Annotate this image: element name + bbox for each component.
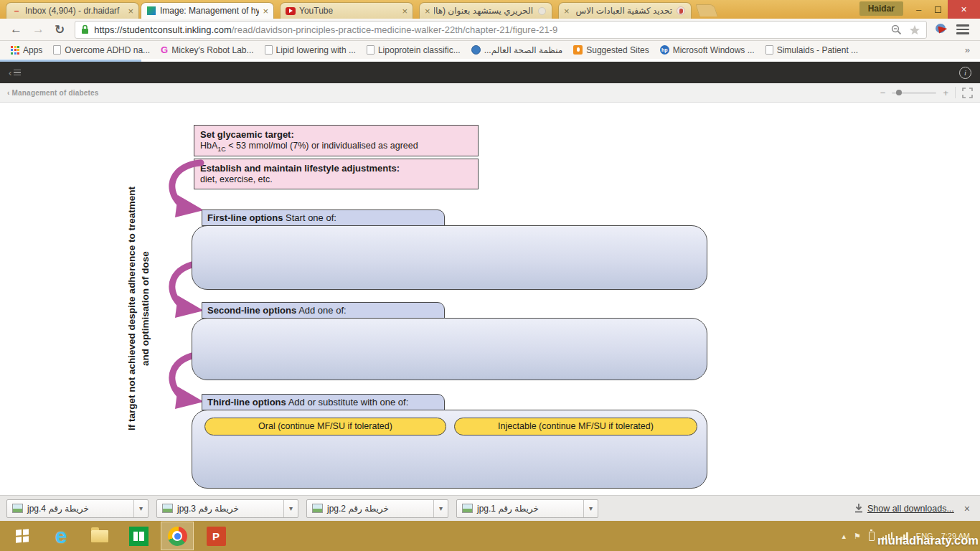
- file-explorer-button[interactable]: [83, 522, 116, 550]
- info-icon[interactable]: i: [959, 67, 971, 79]
- back-icon[interactable]: ←: [10, 22, 22, 37]
- zoom-out-icon[interactable]: −: [880, 88, 886, 98]
- bookmark-item[interactable]: منظمة الصحة العالم...: [471, 45, 563, 55]
- bookmark-item[interactable]: hp Microsoft Windows ...: [660, 45, 755, 55]
- toc-back-icon[interactable]: ‹: [9, 67, 21, 78]
- fullscreen-icon[interactable]: [962, 88, 973, 98]
- page-icon: [367, 45, 374, 55]
- tab-arabic-site[interactable]: تحديد كشفية العبادات الاس ×: [558, 2, 692, 19]
- download-item[interactable]: خريطة رقم 1.jpg ▾: [456, 499, 598, 518]
- bookmark-apps[interactable]: Apps: [11, 45, 42, 55]
- forward-icon[interactable]: →: [32, 22, 44, 37]
- zoom-page-icon[interactable]: [891, 24, 902, 35]
- bookmark-label: Mickey's Robot Lab...: [171, 45, 253, 55]
- tab-close-icon[interactable]: ×: [425, 6, 430, 16]
- download-menu-caret-icon[interactable]: ▾: [583, 500, 598, 517]
- action-center-flag-icon[interactable]: ⚑: [854, 532, 861, 541]
- bookmark-star-icon[interactable]: [909, 24, 920, 35]
- who-globe-icon: [471, 45, 481, 55]
- tab-close-icon[interactable]: ×: [128, 6, 133, 16]
- tab-image-active[interactable]: Image: Management of hy ×: [141, 2, 274, 19]
- download-filename: خريطة رقم 4.jpg: [23, 504, 133, 514]
- apps-grid-icon: [11, 46, 19, 55]
- profile-button[interactable]: Haidar: [859, 1, 903, 16]
- tab-youtube[interactable]: YouTube ×: [280, 2, 413, 19]
- zoom-controls: − +: [880, 87, 973, 98]
- bookmark-item[interactable]: Suggested Sites: [573, 45, 649, 55]
- minimize-button[interactable]: –: [909, 0, 928, 19]
- breadcrumb[interactable]: ‹ Management of diabetes: [7, 89, 99, 97]
- chrome-button[interactable]: [161, 522, 194, 550]
- download-filename: خريطة رقم 1.jpg: [473, 504, 583, 514]
- new-tab-button[interactable]: [695, 4, 718, 17]
- restore-button[interactable]: [928, 0, 948, 19]
- bookmark-item[interactable]: Lipoprotein classific...: [367, 45, 461, 55]
- tab-title: Image: Management of hy: [160, 6, 259, 16]
- restore-icon: [935, 6, 941, 13]
- tab-close-icon[interactable]: ×: [564, 6, 570, 16]
- download-item[interactable]: خريطة رقم 3.jpg ▾: [156, 499, 298, 518]
- zoom-slider-knob[interactable]: [896, 90, 902, 95]
- watermark-text: muhadharaty.com: [877, 534, 979, 547]
- image-file-icon: [312, 504, 323, 513]
- bookmark-item[interactable]: Simulaids - Patient ...: [765, 45, 858, 55]
- folder-icon: [90, 529, 109, 543]
- reload-icon[interactable]: ↻: [55, 22, 65, 37]
- tray-expand-icon[interactable]: ▴: [842, 532, 846, 541]
- download-menu-caret-icon[interactable]: ▾: [283, 500, 298, 517]
- bookmarks-bar: Apps Overcome ADHD na... G Mickey's Robo…: [0, 41, 980, 59]
- first-line-heading: First-line options Start one of:: [202, 209, 445, 226]
- set-target-box: Set glycaemic target: HbA1C < 53 mmol/mo…: [194, 125, 479, 156]
- download-item[interactable]: خريطة رقم 4.jpg ▾: [6, 499, 149, 518]
- image-file-icon: [162, 504, 173, 513]
- browser-toolbar: ← → ↻ https://studentconsult.inkling.com…: [0, 19, 980, 41]
- download-item[interactable]: خريطة رقم 2.jpg ▾: [306, 499, 448, 518]
- download-menu-caret-icon[interactable]: ▾: [133, 500, 148, 517]
- download-filename: خريطة رقم 2.jpg: [323, 504, 433, 514]
- bookmarks-overflow-chevron[interactable]: »: [965, 44, 970, 55]
- start-button[interactable]: [6, 522, 39, 550]
- chrome-menu-icon[interactable]: [956, 24, 969, 34]
- bookmark-item[interactable]: G Mickey's Robot Lab...: [161, 44, 253, 55]
- zoom-slider[interactable]: [892, 92, 936, 94]
- g-letter-icon: G: [161, 44, 168, 55]
- oral-group-header: Oral (continue MF/SU if tolerated): [204, 418, 446, 435]
- battery-icon[interactable]: [869, 532, 875, 541]
- tab-arabic-news[interactable]: الحريري يستشهد بعنوان (هال ×: [419, 2, 552, 19]
- tab-title: YouTube: [299, 6, 398, 16]
- site-icon: [537, 6, 547, 16]
- bookmark-label: Suggested Sites: [586, 45, 649, 55]
- bookmark-item[interactable]: Lipid lowering with ...: [265, 45, 356, 55]
- youtube-icon: [286, 6, 296, 16]
- zoom-in-icon[interactable]: +: [943, 88, 948, 98]
- internet-explorer-button[interactable]: e: [44, 522, 77, 550]
- powerpoint-button[interactable]: P: [199, 522, 232, 550]
- window-controls: Haidar – ×: [859, 0, 980, 19]
- lightbulb-icon: [573, 45, 583, 55]
- site-icon-red: [676, 6, 686, 16]
- image-file-icon: [462, 504, 473, 513]
- reader-subheader: ‹ Management of diabetes − +: [0, 83, 980, 103]
- first-line-container: [192, 225, 707, 290]
- hp-icon: hp: [660, 45, 669, 55]
- close-button[interactable]: ×: [948, 0, 980, 19]
- download-menu-caret-icon[interactable]: ▾: [433, 500, 448, 517]
- inkling-icon: [146, 6, 156, 16]
- download-shelf: خريطة رقم 4.jpg ▾ خريطة رقم 3.jpg ▾ خريط…: [0, 495, 980, 521]
- tab-close-icon[interactable]: ×: [402, 6, 407, 16]
- second-line-container: [192, 318, 707, 380]
- third-line-heading: Third-line options Add or substitute wit…: [202, 394, 445, 410]
- bookmark-item[interactable]: Overcome ADHD na...: [53, 45, 150, 55]
- bookmark-label: Apps: [23, 45, 42, 55]
- acrobat-extension-icon[interactable]: [936, 24, 949, 36]
- page-icon: [53, 45, 61, 55]
- tab-gmail[interactable]: – Inbox (4,904) - dr.haidarf ×: [6, 2, 139, 19]
- tab-close-icon[interactable]: ×: [263, 6, 268, 16]
- bookmark-label: Overcome ADHD na...: [65, 45, 150, 55]
- url-text: https://studentconsult.inkling.com/read/…: [94, 24, 891, 35]
- windows-store-button[interactable]: [122, 522, 155, 550]
- address-bar[interactable]: https://studentconsult.inkling.com/read/…: [75, 21, 927, 39]
- list-icon: [14, 70, 21, 76]
- show-all-downloads-link[interactable]: Show all downloads...: [854, 504, 954, 514]
- close-download-shelf-icon[interactable]: ×: [964, 503, 970, 514]
